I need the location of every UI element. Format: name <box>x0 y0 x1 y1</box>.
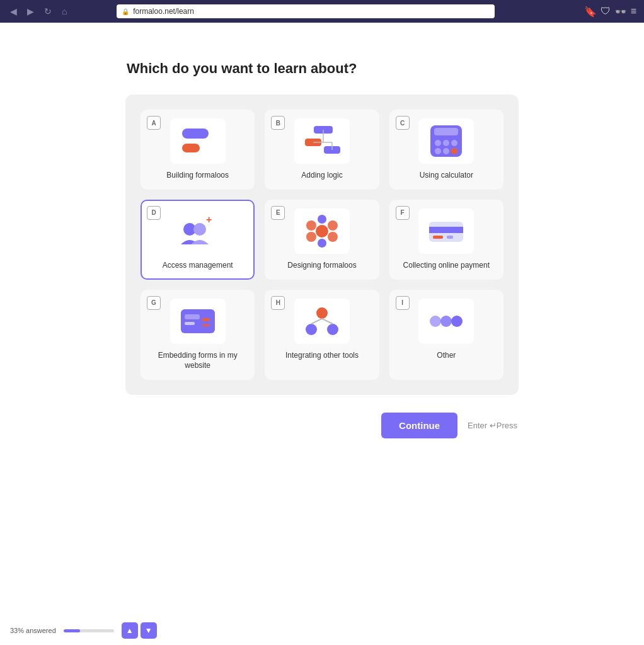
svg-rect-1 <box>182 144 200 152</box>
svg-point-25 <box>318 239 326 248</box>
svg-point-41 <box>440 316 452 327</box>
option-label-other: Other <box>437 350 456 361</box>
svg-point-14 <box>443 148 449 154</box>
svg-text:+: + <box>206 214 212 225</box>
option-card-other[interactable]: I Other <box>389 290 503 380</box>
shield-button[interactable]: 🛡 <box>601 6 611 17</box>
page-title: Which do you want to learn about? <box>127 60 357 77</box>
option-label-building-formaloos: Building formaloos <box>166 170 229 181</box>
option-icon-collecting-payment <box>418 208 474 254</box>
option-icon-other <box>418 299 474 344</box>
svg-point-36 <box>306 324 317 335</box>
svg-point-10 <box>435 140 441 146</box>
svg-rect-30 <box>181 309 215 333</box>
svg-rect-29 <box>447 236 453 239</box>
option-icon-embedding-forms <box>170 299 226 344</box>
nav-arrows: ▲ ▼ <box>122 622 157 639</box>
svg-point-17 <box>193 223 206 236</box>
address-bar[interactable]: 🔒 formaloo.net/learn <box>117 4 495 18</box>
svg-rect-27 <box>429 227 463 233</box>
svg-point-19 <box>316 225 328 237</box>
option-icon-using-calculator <box>418 118 474 164</box>
svg-point-12 <box>451 140 457 146</box>
nav-up-button[interactable]: ▲ <box>122 622 138 639</box>
glasses-button[interactable]: 👓 <box>614 6 627 18</box>
option-icon-building-formaloos <box>170 118 226 164</box>
progress-track <box>64 629 114 632</box>
option-icon-adding-logic <box>294 118 350 164</box>
option-card-embedding-forms[interactable]: G Embedding forms in my website <box>141 290 255 380</box>
options-grid: A Building formaloos B Adding logic C <box>141 110 503 380</box>
option-key-using-calculator: C <box>396 116 410 130</box>
home-button[interactable]: ⌂ <box>59 5 69 18</box>
option-label-collecting-payment: Collecting online payment <box>403 260 490 271</box>
option-key-access-management: D <box>147 206 161 220</box>
option-card-access-management[interactable]: D + Access management <box>141 200 255 280</box>
svg-rect-0 <box>182 128 209 139</box>
progress-fill <box>64 629 80 632</box>
option-key-collecting-payment: F <box>396 206 410 220</box>
url-text: formaloo.net/learn <box>133 7 194 16</box>
option-icon-access-management: + <box>170 208 226 254</box>
option-label-embedding-forms: Embedding forms in my website <box>149 350 246 372</box>
svg-point-22 <box>306 232 316 242</box>
option-card-collecting-payment[interactable]: F Collecting online payment <box>389 200 503 280</box>
option-key-integrating-tools: H <box>271 296 285 310</box>
svg-point-15 <box>451 148 457 154</box>
option-card-integrating-tools[interactable]: H Integrating other tools <box>265 290 379 380</box>
option-label-designing-formaloos: Designing formaloos <box>287 260 356 271</box>
nav-down-button[interactable]: ▼ <box>141 622 157 639</box>
menu-button[interactable]: ≡ <box>631 6 636 17</box>
forward-button[interactable]: ▶ <box>25 5 37 18</box>
option-key-building-formaloos: A <box>147 116 161 130</box>
svg-rect-34 <box>202 324 210 327</box>
option-icon-integrating-tools <box>294 299 350 344</box>
svg-point-37 <box>327 324 338 335</box>
svg-point-11 <box>443 140 449 146</box>
option-label-integrating-tools: Integrating other tools <box>285 350 359 361</box>
continue-area: Continue Enter ↵Press <box>381 413 517 438</box>
bottom-bar: 33% answered ▲ ▼ <box>0 616 644 645</box>
option-key-embedding-forms: G <box>147 296 161 310</box>
lock-icon: 🔒 <box>122 8 129 15</box>
option-card-adding-logic[interactable]: B Adding logic <box>265 110 379 190</box>
svg-rect-32 <box>185 322 195 325</box>
continue-hint: Enter ↵Press <box>468 421 517 430</box>
option-label-using-calculator: Using calculator <box>420 170 473 181</box>
svg-rect-33 <box>202 318 210 321</box>
option-key-other: I <box>396 296 410 310</box>
svg-point-20 <box>306 220 316 231</box>
option-label-adding-logic: Adding logic <box>301 170 342 181</box>
option-key-designing-formaloos: E <box>271 206 285 220</box>
option-label-access-management: Access management <box>163 260 233 271</box>
svg-line-39 <box>322 319 333 324</box>
browser-right-controls: 🔖 🛡 👓 ≡ <box>584 6 636 18</box>
bookmark-button[interactable]: 🔖 <box>584 6 597 18</box>
svg-point-24 <box>318 215 326 224</box>
svg-point-40 <box>430 316 441 327</box>
svg-point-35 <box>316 307 328 319</box>
back-button[interactable]: ◀ <box>8 5 20 18</box>
svg-line-38 <box>311 319 322 324</box>
svg-point-21 <box>328 220 338 231</box>
svg-point-42 <box>451 316 463 327</box>
option-icon-designing-formaloos <box>294 208 350 254</box>
svg-rect-31 <box>185 314 200 319</box>
option-card-building-formaloos[interactable]: A Building formaloos <box>141 110 255 190</box>
reload-button[interactable]: ↻ <box>42 5 54 18</box>
page-content: Which do you want to learn about? A Buil… <box>0 23 644 464</box>
continue-button[interactable]: Continue <box>381 413 457 438</box>
option-card-designing-formaloos[interactable]: E Designing formaloos <box>265 200 379 280</box>
option-key-adding-logic: B <box>271 116 285 130</box>
browser-chrome: ◀ ▶ ↻ ⌂ 🔒 formaloo.net/learn 🔖 🛡 👓 ≡ <box>0 0 644 23</box>
progress-text: 33% answered <box>10 627 56 634</box>
svg-rect-9 <box>434 128 458 135</box>
option-card-using-calculator[interactable]: C Using calculator <box>389 110 503 190</box>
svg-rect-28 <box>433 236 443 239</box>
svg-point-13 <box>435 148 441 154</box>
options-container: A Building formaloos B Adding logic C <box>125 94 519 395</box>
svg-point-23 <box>328 232 338 242</box>
